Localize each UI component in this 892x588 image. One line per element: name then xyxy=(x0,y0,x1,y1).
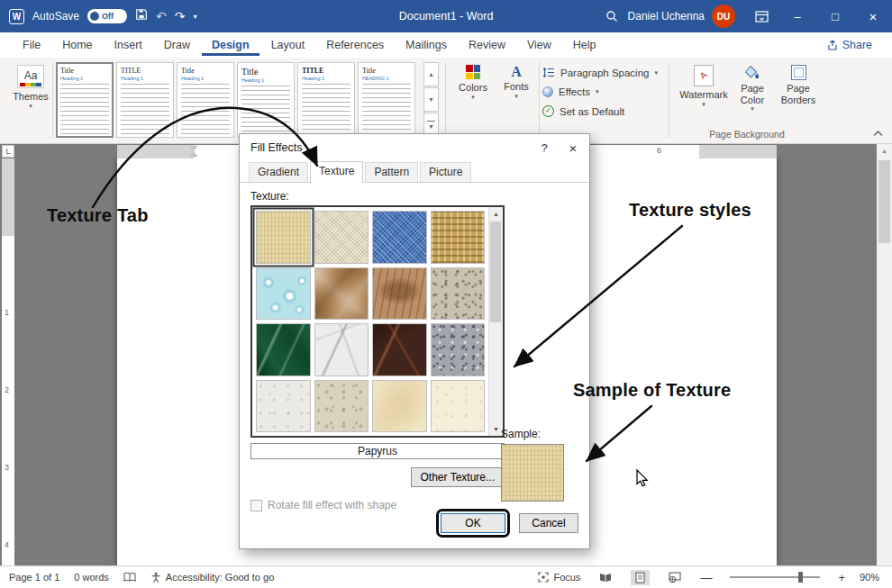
colors-button[interactable]: Colors ▾ xyxy=(452,65,494,101)
rotate-fill-checkbox[interactable] xyxy=(250,500,262,511)
texture-swatch-sand[interactable] xyxy=(431,267,486,321)
texture-grid-scrollbar[interactable]: ▲ ▼ xyxy=(488,207,503,436)
paragraph-spacing-button[interactable]: Paragraph Spacing ▾ xyxy=(542,67,658,78)
tab-design[interactable]: Design xyxy=(202,34,259,56)
gallery-scroll-down-icon[interactable]: ▼ xyxy=(423,87,439,112)
tab-references[interactable]: References xyxy=(316,34,394,56)
texture-swatch-water-droplets[interactable] xyxy=(256,267,311,321)
texture-swatch-newsprint[interactable] xyxy=(256,380,311,433)
zoom-in-button[interactable]: + xyxy=(838,571,845,584)
save-icon[interactable] xyxy=(135,8,148,24)
texture-swatch-recycled-paper[interactable] xyxy=(314,380,369,433)
texture-swatch-white-marble[interactable] xyxy=(314,323,369,376)
page-indicator[interactable]: Page 1 of 1 xyxy=(9,572,59,583)
zoom-slider-thumb[interactable] xyxy=(798,572,803,583)
dialog-close-icon[interactable]: × xyxy=(559,140,587,156)
zoom-level[interactable]: 90% xyxy=(860,572,879,583)
texture-swatch-papyrus[interactable] xyxy=(256,211,311,264)
tab-view[interactable]: View xyxy=(517,34,561,56)
ok-button[interactable]: OK xyxy=(441,513,505,533)
page-color-button[interactable]: Page Color ▾ xyxy=(732,65,773,113)
texture-swatch-fish-fossil[interactable] xyxy=(372,267,427,321)
tab-stop-selector[interactable]: L xyxy=(2,145,14,158)
tab-review[interactable]: Review xyxy=(459,34,515,56)
fonts-button[interactable]: A Fonts ▾ xyxy=(497,65,535,100)
style-set-card[interactable]: Title Heading 1 xyxy=(177,62,234,138)
scroll-up-icon[interactable]: ▲ xyxy=(489,207,503,221)
texture-swatch-woven-mat[interactable] xyxy=(431,211,486,264)
fonts-label: Fonts xyxy=(504,81,529,93)
collapse-ribbon-icon[interactable] xyxy=(873,124,883,140)
tab-draw[interactable]: Draw xyxy=(154,34,200,56)
texture-swatch-brown-marble[interactable] xyxy=(372,323,427,376)
tab-file[interactable]: File xyxy=(13,34,50,56)
document-scrollbar[interactable]: ▲ xyxy=(877,144,892,565)
gallery-scroll-up-icon[interactable]: ▲ xyxy=(423,62,439,86)
accessibility-status[interactable]: Accessibility: Good to go xyxy=(150,572,274,583)
proofing-icon[interactable] xyxy=(123,572,136,583)
tab-home[interactable]: Home xyxy=(52,34,102,56)
dialog-tab-texture[interactable]: Texture xyxy=(310,161,363,183)
vertical-ruler[interactable]: 1234 xyxy=(2,158,14,565)
hanging-indent-marker[interactable] xyxy=(189,152,198,157)
zoom-out-button[interactable]: — xyxy=(700,571,712,584)
style-set-card[interactable]: TITLE Heading 1 xyxy=(116,62,174,138)
focus-label: Focus xyxy=(553,572,580,583)
other-texture-button[interactable]: Other Texture... xyxy=(411,467,505,487)
indent-markers[interactable] xyxy=(189,146,198,158)
read-mode-button[interactable] xyxy=(595,570,616,584)
tab-layout[interactable]: Layout xyxy=(261,34,315,56)
print-layout-button[interactable] xyxy=(631,570,650,585)
scrollbar-thumb[interactable] xyxy=(490,222,501,322)
search-icon[interactable] xyxy=(596,0,628,32)
dialog-tab-picture[interactable]: Picture xyxy=(420,162,471,182)
tab-mailings[interactable]: Mailings xyxy=(396,34,457,56)
dialog-tab-gradient[interactable]: Gradient xyxy=(249,162,308,182)
texture-swatch-stationery[interactable] xyxy=(431,380,486,433)
focus-mode-button[interactable]: Focus xyxy=(538,572,580,583)
page-borders-button[interactable]: Page Borders xyxy=(777,65,820,105)
style-set-card[interactable]: TITLE Heading 1 xyxy=(297,62,355,138)
word-app-icon[interactable]: W xyxy=(9,9,24,24)
share-button[interactable]: Share xyxy=(820,36,879,54)
maximize-button[interactable]: □ xyxy=(816,0,854,32)
close-button[interactable]: × xyxy=(854,0,892,32)
cancel-button[interactable]: Cancel xyxy=(519,513,578,533)
undo-icon[interactable]: ↶ xyxy=(156,10,167,23)
scroll-up-icon[interactable]: ▲ xyxy=(877,144,892,154)
ribbon-display-options-icon[interactable] xyxy=(744,0,778,32)
texture-image-white-marble xyxy=(314,323,369,376)
texture-swatch-denim[interactable] xyxy=(372,211,427,264)
ruler-number: 6 xyxy=(657,146,661,155)
style-set-card[interactable]: Title HEADING 1 xyxy=(358,62,415,138)
watermark-button[interactable]: A Watermark ▾ xyxy=(678,65,730,108)
scrollbar-track[interactable] xyxy=(489,221,503,422)
redo-icon[interactable]: ↷ xyxy=(175,10,186,23)
dialog-title-bar[interactable]: Fill Effects ? × xyxy=(240,134,589,161)
user-name[interactable]: Daniel Uchenna xyxy=(628,10,705,23)
customize-qat-chevron-icon[interactable]: ▾ xyxy=(194,13,197,21)
texture-swatch-canvas[interactable] xyxy=(314,211,369,264)
style-set-card[interactable]: Title Heading 1 xyxy=(237,62,295,138)
themes-button[interactable]: Aa Themes ▾ xyxy=(7,65,54,110)
zoom-slider[interactable] xyxy=(730,576,820,578)
minimize-button[interactable]: – xyxy=(778,0,816,32)
scrollbar-thumb[interactable] xyxy=(878,160,890,243)
texture-swatch-granite[interactable] xyxy=(431,323,486,376)
effects-button[interactable]: Effects ▾ xyxy=(542,86,658,97)
style-set-card[interactable]: Title Heading 1 xyxy=(56,62,114,138)
texture-swatch-paper-bag[interactable] xyxy=(314,267,369,321)
web-layout-button[interactable] xyxy=(664,570,686,584)
texture-swatch-green-marble[interactable] xyxy=(256,323,311,376)
autosave-toggle[interactable]: Off xyxy=(87,9,127,23)
word-count[interactable]: 0 words xyxy=(74,572,109,583)
tab-help[interactable]: Help xyxy=(563,34,606,56)
tab-insert[interactable]: Insert xyxy=(105,34,152,56)
first-line-indent-marker[interactable] xyxy=(189,146,198,150)
dialog-tab-pattern[interactable]: Pattern xyxy=(365,162,418,182)
texture-image-parchment xyxy=(372,380,427,433)
texture-swatch-parchment[interactable] xyxy=(372,380,427,433)
dialog-help-icon[interactable]: ? xyxy=(530,141,559,155)
avatar[interactable]: DU xyxy=(712,5,735,28)
set-as-default-button[interactable]: ✓ Set as Default xyxy=(542,105,658,117)
